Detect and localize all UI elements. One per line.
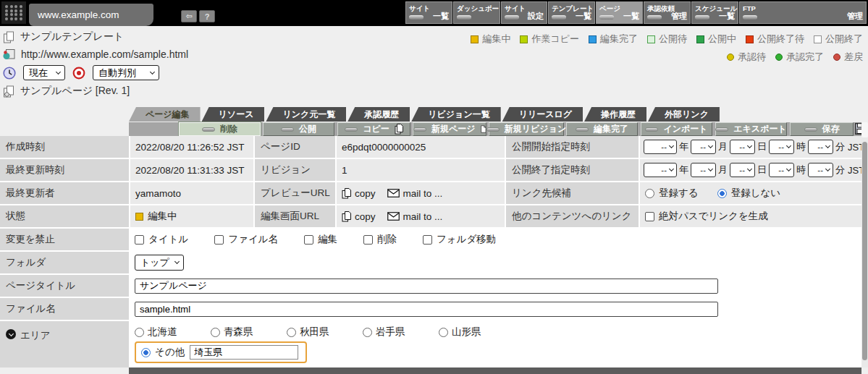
file-name-input[interactable]: [135, 302, 718, 317]
created-time-label: 作成時刻: [0, 136, 129, 158]
radio-unselected-icon: [135, 328, 144, 337]
tab-resource[interactable]: リソース: [202, 107, 265, 122]
button-pill-icon: [804, 127, 817, 132]
help-button[interactable]: ?: [199, 10, 215, 22]
chevron-down-icon: [669, 143, 674, 148]
day-select[interactable]: --: [730, 140, 755, 154]
delete-button[interactable]: 削除: [179, 122, 261, 136]
month-select[interactable]: --: [691, 163, 716, 177]
new-revision-button[interactable]: 新規リビジョン: [489, 122, 564, 136]
legend-item: 公開待: [647, 33, 687, 46]
page-title-input[interactable]: [135, 279, 718, 294]
register-yes-option[interactable]: 登録する: [645, 187, 699, 200]
select-value: --: [661, 166, 667, 174]
preview-copy-link[interactable]: copy: [342, 188, 376, 199]
folder-select[interactable]: トップ: [135, 255, 184, 271]
publish-end-label: 公開終了指定時刻: [506, 159, 639, 181]
scrollbar-thumb[interactable]: [862, 142, 867, 360]
area-option-aomori[interactable]: 青森県: [211, 326, 287, 339]
nav-dashboard[interactable]: ダッシュボード: [453, 1, 500, 24]
tab-operation-history[interactable]: 操作履歴: [584, 107, 646, 122]
preview-mail-link[interactable]: mail to ...: [387, 188, 443, 199]
status-value-cell: 編集中: [130, 205, 253, 227]
button-label: 保存: [822, 123, 840, 135]
edit-mail-link[interactable]: mail to ...: [387, 211, 443, 222]
save-button[interactable]: 保存: [790, 122, 854, 136]
abs-path-option[interactable]: 絶対パスでリンクを生成: [645, 210, 768, 223]
nav-pill-icon: [743, 15, 757, 20]
import-button[interactable]: インポート: [641, 122, 712, 136]
area-other-input[interactable]: [190, 345, 298, 360]
nav-bottom-label: 一覧: [433, 11, 449, 22]
button-label: 削除: [220, 123, 237, 135]
area-label: エリア: [20, 329, 50, 342]
register-no-option[interactable]: 登録しない: [717, 187, 780, 200]
collapse-toggle-icon[interactable]: [6, 329, 16, 339]
area-option-other[interactable]: その他: [141, 346, 185, 359]
nav-site-settings[interactable]: サイト 設定: [501, 1, 547, 24]
edit-copy-link[interactable]: copy: [342, 211, 376, 222]
button-label: 新規ページ: [431, 123, 476, 135]
forbid-edit-option[interactable]: 編集: [304, 233, 337, 246]
checkbox-unchecked-icon: [304, 235, 313, 245]
back-button[interactable]: ⇦: [181, 10, 197, 22]
button-label: コピー: [363, 123, 389, 135]
target-icon: [72, 67, 85, 80]
current-site-tab[interactable]: www.example.com: [29, 4, 153, 26]
month-select[interactable]: --: [691, 140, 716, 154]
legend-item: 公開終了待: [746, 33, 804, 46]
day-select[interactable]: --: [730, 163, 755, 177]
button-label: エキスポート: [733, 123, 786, 135]
publish-button[interactable]: 公開: [263, 122, 334, 136]
forbid-title-option[interactable]: タイトル: [135, 233, 188, 246]
button-pill-icon: [281, 127, 294, 132]
option-label: 削除: [377, 233, 397, 246]
page-title-cell: [130, 275, 861, 297]
nav-approval-request-admin[interactable]: 承認依頼 管理: [644, 1, 691, 24]
area-option-akita[interactable]: 秋田県: [287, 326, 363, 339]
nav-template-list[interactable]: テンプレート 一覧: [548, 1, 595, 24]
nav-page-list[interactable]: ページ 一覧: [596, 1, 643, 24]
tab-link-source-list[interactable]: リンク元一覧: [266, 107, 346, 122]
edit-complete-button[interactable]: 編集完了: [566, 122, 638, 136]
legend-label: 作業コピー: [531, 33, 579, 46]
publish-start-datetime: --年 --月 --日 --時 --分 JST: [640, 136, 861, 158]
approval-circle-icon: [833, 54, 840, 61]
app-grid-icon[interactable]: [1, 1, 26, 24]
forbid-folder-move-option[interactable]: フォルダ移動: [423, 233, 496, 246]
area-option-yamagata[interactable]: 山形県: [439, 326, 515, 339]
nav-pill-icon: [457, 15, 471, 20]
minute-select[interactable]: --: [808, 140, 833, 154]
area-option-hokkaido[interactable]: 北海道: [135, 326, 211, 339]
area-option-iwate[interactable]: 岩手県: [363, 326, 439, 339]
revision-time-select[interactable]: 現在: [23, 65, 65, 80]
year-select[interactable]: --: [644, 140, 677, 154]
forbid-delete-option[interactable]: 削除: [363, 233, 397, 246]
export-button[interactable]: エキスポート: [715, 122, 787, 136]
nav-site-list[interactable]: サイト 一覧: [405, 1, 452, 24]
tab-external-link[interactable]: 外部リンク: [648, 107, 720, 122]
abs-path-option-cell: 絶対パスでリンクを生成: [640, 205, 861, 227]
hour-select[interactable]: --: [769, 163, 794, 177]
revision-time-value: 現在: [29, 67, 48, 80]
tab-revision-list[interactable]: リビジョン一覧: [411, 107, 500, 122]
nav-schedule-list[interactable]: スケジュール 一覧: [691, 1, 738, 24]
chevron-down-icon: [786, 166, 791, 171]
judge-mode-select[interactable]: 自動判別: [93, 65, 159, 80]
new-page-button[interactable]: 新規ページ: [413, 122, 486, 136]
tab-release-log[interactable]: リリースログ: [502, 107, 583, 122]
minute-select[interactable]: --: [808, 163, 833, 177]
option-label: その他: [155, 346, 185, 359]
year-select[interactable]: --: [644, 163, 677, 177]
status-square-icon: [520, 35, 528, 43]
radio-unselected-icon: [645, 189, 654, 198]
hour-select[interactable]: --: [769, 140, 794, 154]
forbid-filename-option[interactable]: ファイル名: [214, 233, 278, 246]
nav-ftp-admin[interactable]: FTP 管理: [739, 1, 867, 24]
copy-button[interactable]: コピー: [337, 122, 410, 136]
bottom-status-bar: [129, 367, 861, 374]
nav-bottom-label: 一覧: [623, 11, 639, 22]
tab-page-edit[interactable]: ページ編集: [129, 107, 201, 122]
approval-circle-icon: [727, 54, 734, 61]
tab-approval-history[interactable]: 承認履歴: [347, 107, 410, 122]
